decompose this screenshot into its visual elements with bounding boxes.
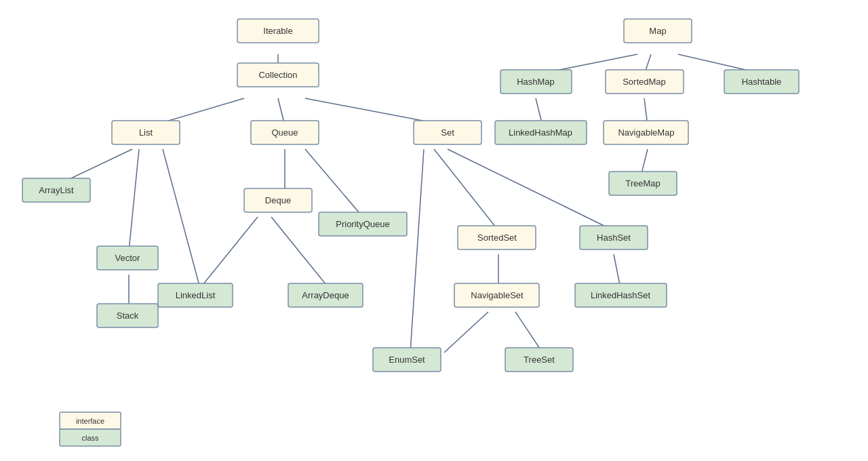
node-enumset: EnumSet xyxy=(373,348,441,372)
node-list: List xyxy=(112,121,180,144)
node-treeset: TreeSet xyxy=(505,348,573,372)
node-navigablemap: NavigableMap xyxy=(604,121,688,144)
label-enumset: EnumSet xyxy=(389,355,425,365)
node-sortedset: SortedSet xyxy=(458,226,536,249)
label-hashmap: HashMap xyxy=(517,77,555,87)
label-arraydeque: ArrayDeque xyxy=(302,290,349,300)
node-hashtable: Hashtable xyxy=(724,70,799,94)
label-navigablemap: NavigableMap xyxy=(618,127,674,138)
label-collection: Collection xyxy=(258,70,297,80)
node-treemap: TreeMap xyxy=(609,172,677,195)
node-priorityqueue: PriorityQueue xyxy=(319,212,407,236)
node-linkedhashmap: LinkedHashMap xyxy=(495,121,587,144)
svg-line-5 xyxy=(129,149,139,251)
label-linkedlist: LinkedList xyxy=(176,290,216,300)
node-set: Set xyxy=(414,121,481,144)
label-treemap: TreeMap xyxy=(625,178,660,188)
diagram: Iterable Collection List Queue Set Array… xyxy=(0,0,868,461)
node-arraydeque: ArrayDeque xyxy=(288,283,363,307)
svg-line-14 xyxy=(410,149,424,353)
label-sortedmap: SortedMap xyxy=(623,77,666,87)
label-queue: Queue xyxy=(271,127,298,138)
node-stack: Stack xyxy=(97,304,158,327)
svg-line-12 xyxy=(434,149,498,230)
node-linkedlist: LinkedList xyxy=(158,283,233,307)
node-navigableset: NavigableSet xyxy=(454,283,539,307)
node-sortedmap: SortedMap xyxy=(606,70,684,94)
node-iterable: Iterable xyxy=(237,19,319,43)
label-sortedset: SortedSet xyxy=(477,233,517,243)
svg-line-17 xyxy=(515,312,542,353)
node-linkedhashset: LinkedHashSet xyxy=(575,283,667,307)
legend-class: class xyxy=(60,429,121,446)
label-priorityqueue: PriorityQueue xyxy=(336,219,389,229)
svg-line-9 xyxy=(305,149,363,217)
label-iterable: Iterable xyxy=(263,26,292,36)
label-linkedhashset: LinkedHashSet xyxy=(591,290,651,300)
label-hashset: HashSet xyxy=(597,233,631,243)
legend: interface class xyxy=(60,412,121,446)
label-hashtable: Hashtable xyxy=(742,77,782,87)
node-deque: Deque xyxy=(244,188,312,212)
svg-line-11 xyxy=(200,217,258,288)
label-stack: Stack xyxy=(117,310,139,321)
node-hashset: HashSet xyxy=(580,226,648,249)
label-set: Set xyxy=(441,127,454,138)
legend-interface: interface xyxy=(60,412,121,429)
node-collection: Collection xyxy=(237,63,319,87)
legend-interface-label: interface xyxy=(76,417,104,425)
label-map: Map xyxy=(649,26,666,36)
label-linkedhashmap: LinkedHashMap xyxy=(509,127,572,138)
legend-class-label: class xyxy=(81,434,99,442)
label-vector: Vector xyxy=(115,253,141,263)
label-deque: Deque xyxy=(265,195,291,205)
label-arraylist: ArrayList xyxy=(39,185,74,195)
node-queue: Queue xyxy=(251,121,319,144)
node-vector: Vector xyxy=(97,246,158,270)
node-arraylist: ArrayList xyxy=(22,178,90,202)
label-list: List xyxy=(139,127,153,138)
label-navigableset: NavigableSet xyxy=(471,290,524,300)
node-hashmap: HashMap xyxy=(500,70,572,94)
node-map: Map xyxy=(624,19,692,43)
svg-line-18 xyxy=(444,312,488,353)
svg-line-6 xyxy=(163,149,200,288)
svg-line-13 xyxy=(448,149,614,230)
label-treeset: TreeSet xyxy=(524,355,555,365)
